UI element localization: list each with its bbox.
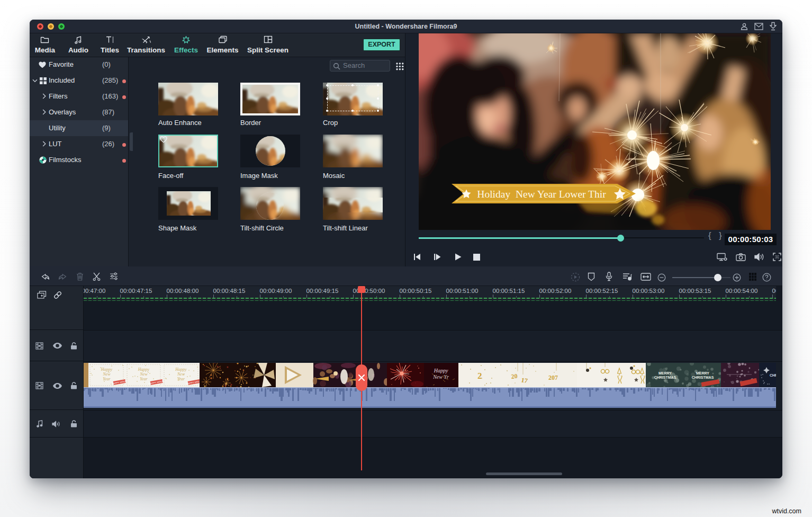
svg-text:MERRY: MERRY: [696, 371, 709, 375]
svg-text:207: 207: [548, 374, 558, 381]
svg-text:CHRI: CHRI: [770, 373, 776, 377]
svg-text:Happy: Happy: [138, 367, 150, 372]
svg-text:Holiday New Year Lower Thir: Holiday New Year Lower Thir: [477, 189, 606, 200]
svg-text:2: 2: [477, 371, 482, 381]
svg-text:Happy: Happy: [175, 367, 187, 372]
svg-text:20: 20: [511, 372, 518, 380]
svg-text:Happy: Happy: [101, 367, 113, 372]
svg-text:New: New: [139, 372, 148, 377]
svg-text:Year: Year: [140, 377, 148, 381]
svg-text:New: New: [102, 372, 111, 377]
svg-text:MERRY: MERRY: [658, 371, 672, 375]
svg-text:CHRISTMAS: CHRISTMAS: [692, 376, 714, 379]
svg-text:17: 17: [520, 376, 528, 385]
svg-text:Year: Year: [103, 377, 111, 381]
svg-text:Happy: Happy: [434, 368, 448, 373]
svg-text:CHRISTMAS: CHRISTMAS: [654, 376, 676, 379]
